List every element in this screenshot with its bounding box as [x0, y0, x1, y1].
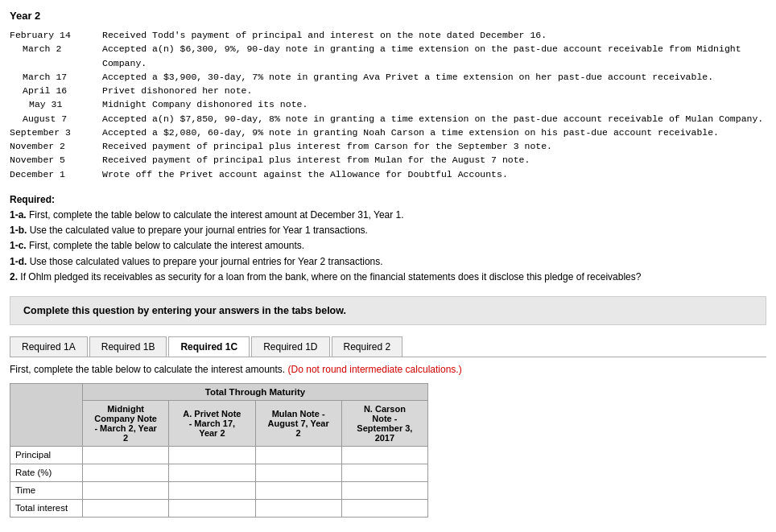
tab-required-1d[interactable]: Required 1D — [251, 336, 329, 357]
table-wrapper: Total Through Maturity MidnightCompany N… — [10, 383, 428, 518]
total-interest-privet-input[interactable] — [174, 503, 250, 513]
time-privet-input[interactable] — [174, 485, 250, 495]
row-principal: Principal — [10, 446, 428, 464]
time-midnight-input[interactable] — [88, 485, 163, 495]
principal-carson-input[interactable] — [347, 450, 423, 460]
principal-mulan[interactable] — [255, 446, 341, 464]
rate-carson[interactable] — [341, 464, 427, 481]
time-midnight[interactable] — [83, 481, 169, 499]
col-header-midnight: MidnightCompany Note- March 2, Year2 — [83, 400, 169, 446]
rate-midnight-input[interactable] — [88, 468, 163, 477]
label-total-interest: Total interest — [10, 499, 83, 517]
label-rate: Rate (%) — [10, 464, 83, 481]
col-header-carson: N. CarsonNote -September 3,2017 — [341, 400, 427, 446]
complete-box: Complete this question by entering your … — [10, 296, 766, 325]
tabs-row: Required 1A Required 1B Required 1C Requ… — [10, 336, 766, 357]
col-header-mulan: Mulan Note -August 7, Year2 — [255, 400, 341, 446]
total-interest-mulan-input[interactable] — [261, 503, 336, 513]
rate-privet[interactable] — [169, 464, 255, 481]
row-time: Time — [10, 481, 428, 499]
total-interest-mulan[interactable] — [255, 499, 341, 517]
required-section: Required: 1-a. First, complete the table… — [10, 192, 766, 285]
tab-required-1a[interactable]: Required 1A — [10, 336, 88, 357]
tab-required-2[interactable]: Required 2 — [332, 336, 403, 357]
principal-midnight-input[interactable] — [88, 450, 163, 460]
required-label: Required: — [10, 194, 55, 205]
empty-header — [10, 383, 83, 446]
req-1b: 1-b. Use the calculated value to prepare… — [10, 225, 368, 236]
rate-carson-input[interactable] — [347, 468, 423, 477]
transactions-block: February 14 Received Todd's payment of p… — [10, 28, 766, 181]
instruction-text: First, complete the table below to calcu… — [10, 364, 766, 375]
label-time: Time — [10, 481, 83, 499]
time-carson[interactable] — [341, 481, 427, 499]
row-rate: Rate (%) — [10, 464, 428, 481]
time-privet[interactable] — [169, 481, 255, 499]
rate-mulan[interactable] — [255, 464, 341, 481]
label-principal: Principal — [10, 446, 83, 464]
principal-carson[interactable] — [341, 446, 427, 464]
total-interest-carson-input[interactable] — [347, 503, 423, 513]
time-mulan-input[interactable] — [261, 485, 336, 495]
time-carson-input[interactable] — [347, 485, 423, 495]
rate-privet-input[interactable] — [174, 468, 250, 477]
time-mulan[interactable] — [255, 481, 341, 499]
req-1a: 1-a. First, complete the table below to … — [10, 209, 404, 221]
tab-required-1c[interactable]: Required 1C — [168, 336, 250, 357]
instruction-note: (Do not round intermediate calculations.… — [288, 364, 462, 375]
rate-mulan-input[interactable] — [261, 468, 336, 477]
total-interest-midnight-input[interactable] — [88, 503, 163, 513]
req-1c: 1-c. First, complete the table below to … — [10, 240, 304, 251]
rate-midnight[interactable] — [83, 464, 169, 481]
total-through-maturity-header: Total Through Maturity — [83, 383, 428, 400]
req-1d: 1-d. Use those calculated values to prep… — [10, 256, 383, 267]
principal-privet-input[interactable] — [174, 450, 250, 460]
year-title: Year 2 — [10, 10, 766, 22]
total-interest-midnight[interactable] — [83, 499, 169, 517]
tab-required-1b[interactable]: Required 1B — [89, 336, 167, 357]
instruction-main: First, complete the table below to calcu… — [10, 364, 285, 375]
interest-table: Total Through Maturity MidnightCompany N… — [10, 383, 428, 518]
principal-privet[interactable] — [169, 446, 255, 464]
req-2: 2. If Ohlm pledged its receivables as se… — [10, 271, 641, 282]
row-total-interest: Total interest — [10, 499, 428, 517]
principal-midnight[interactable] — [83, 446, 169, 464]
total-interest-carson[interactable] — [341, 499, 427, 517]
col-header-privet: A. Privet Note- March 17,Year 2 — [169, 400, 255, 446]
principal-mulan-input[interactable] — [261, 450, 336, 460]
total-interest-privet[interactable] — [169, 499, 255, 517]
